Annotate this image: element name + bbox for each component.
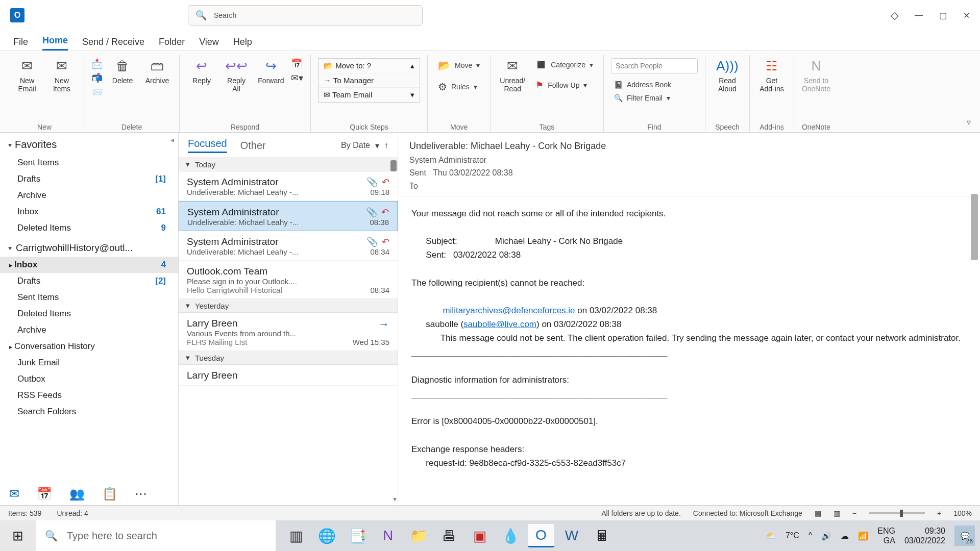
message-group-header[interactable]: ▾ Today (179, 158, 398, 171)
tab-file[interactable]: File (13, 37, 28, 51)
folder-row[interactable]: Archive (0, 322, 178, 338)
new-items-button[interactable]: ✉ New Items (47, 58, 77, 93)
folder-row[interactable]: Junk Email (0, 355, 178, 371)
new-email-button[interactable]: ✉ New Email (12, 58, 42, 93)
account-header[interactable]: ▾ CarrigtwohillHistory@outl... (0, 236, 178, 257)
zoom-out-icon[interactable]: − (852, 509, 856, 517)
message-item[interactable]: Larry Breen Various Events from around t… (179, 313, 398, 351)
forward-button[interactable]: ↪ Forward (256, 58, 286, 85)
app-icon-4[interactable]: 💧 (497, 524, 524, 547)
unread-read-button[interactable]: ✉ Unread/ Read (498, 58, 527, 93)
folder-row[interactable]: Sent Items (0, 155, 178, 171)
onenote-taskbar-icon[interactable]: N (375, 524, 401, 547)
view-normal-icon[interactable]: ▤ (815, 509, 821, 517)
message-item[interactable]: Larry Breen (179, 365, 398, 386)
clock[interactable]: 09:30 03/02/2022 (904, 526, 945, 545)
ribbon-collapse-icon[interactable]: ▿ (967, 117, 971, 127)
tray-chevron-icon[interactable]: ^ (808, 531, 813, 540)
message-item[interactable]: Outlook.com Team Please sign in to your … (179, 261, 398, 299)
minimize-button[interactable]: ― (915, 11, 923, 20)
close-button[interactable]: ✕ (963, 11, 970, 20)
tab-view[interactable]: View (199, 37, 219, 51)
follow-up-button[interactable]: ⚑Follow Up ▾ (532, 79, 596, 92)
address-book-button[interactable]: 📓Address Book (611, 80, 698, 90)
recipient-link-1[interactable]: militaryarchives@defenceforces.ie (443, 306, 575, 315)
folder-row[interactable]: Inbox61 (0, 204, 178, 220)
folder-row[interactable]: Archive (0, 187, 178, 204)
folder-row[interactable]: RSS Feeds (0, 387, 178, 404)
folder-row[interactable]: ▸Inbox4 (0, 257, 178, 273)
volume-icon[interactable]: 🔊 (821, 531, 831, 541)
clean-up-icon[interactable]: 📬 (91, 72, 103, 84)
message-item[interactable]: System Administrator Undeliverable: Mich… (179, 231, 398, 261)
meeting-icon[interactable]: 📅 (291, 58, 303, 69)
collapse-folder-pane-icon[interactable]: ◂ (170, 136, 174, 144)
recipient-link-2[interactable]: saubolle@live.com (463, 319, 536, 329)
junk-icon[interactable]: 📨 (91, 87, 103, 98)
app-icon-1[interactable]: 📑 (344, 524, 371, 547)
coming-soon-icon[interactable]: ◇ (891, 9, 898, 21)
folder-row[interactable]: Search Folders (0, 404, 178, 420)
quick-step-team-email[interactable]: ✉ Team Email▾ (318, 88, 420, 102)
filter-email-button[interactable]: 🔍Filter Email ▾ (611, 93, 698, 103)
categorize-button[interactable]: ◼️Categorize ▾ (532, 58, 596, 71)
rules-button[interactable]: ⚙Rules ▾ (435, 80, 483, 94)
maximize-button[interactable]: ▢ (939, 11, 947, 20)
message-list-scrollbar[interactable] (390, 160, 397, 171)
tab-folder[interactable]: Folder (159, 37, 185, 51)
onedrive-icon[interactable]: ☁ (841, 531, 849, 541)
taskbar-search[interactable]: 🔍 Type here to search (36, 520, 276, 551)
calendar-nav-icon[interactable]: 📅 (37, 487, 52, 501)
word-taskbar-icon[interactable]: W (558, 524, 585, 547)
tab-other[interactable]: Other (240, 140, 266, 152)
edge-icon[interactable]: 🌐 (313, 524, 340, 547)
tab-send-receive[interactable]: Send / Receive (82, 37, 144, 51)
sort-direction-icon[interactable]: ↑ (384, 141, 388, 150)
reading-pane-scrollbar[interactable] (971, 194, 978, 260)
search-box[interactable]: 🔍 Search (188, 5, 423, 26)
archive-button[interactable]: 🗃 Archive (142, 58, 172, 85)
get-addins-button[interactable]: ☷ Get Add-ins (757, 58, 787, 93)
notifications-button[interactable]: 💬26 (954, 525, 975, 546)
more-nav-icon[interactable]: ⋯ (135, 487, 147, 501)
start-button[interactable]: ⊞ (0, 520, 36, 551)
ignore-icon[interactable]: 📩 (91, 58, 103, 69)
tasks-nav-icon[interactable]: 📋 (102, 487, 117, 501)
tab-help[interactable]: Help (233, 37, 252, 51)
send-to-onenote-button[interactable]: N Send to OneNote (801, 58, 831, 93)
calculator-icon[interactable]: 🖩 (589, 524, 616, 547)
view-reading-icon[interactable]: ▥ (834, 509, 840, 517)
reply-button[interactable]: ↩ Reply (187, 58, 216, 85)
file-explorer-icon[interactable]: 📁 (405, 524, 432, 547)
zoom-in-icon[interactable]: + (937, 509, 941, 517)
quick-step-to-manager[interactable]: → To Manager (318, 73, 420, 88)
delete-button[interactable]: 🗑 Delete (108, 58, 137, 85)
tab-focused[interactable]: Focused (188, 138, 227, 153)
wifi-icon[interactable]: 📶 (858, 531, 868, 541)
favorites-header[interactable]: ▾ Favorites (0, 133, 178, 155)
folder-row[interactable]: Sent Items (0, 289, 178, 306)
weather-icon[interactable]: ⛅ (766, 531, 776, 541)
message-group-header[interactable]: ▾ Tuesday (179, 351, 398, 365)
search-people-input[interactable] (611, 58, 698, 73)
message-group-header[interactable]: ▾ Yesterday (179, 299, 398, 313)
people-nav-icon[interactable]: 👥 (69, 487, 85, 501)
outlook-taskbar-icon[interactable]: O (528, 524, 554, 547)
move-button[interactable]: 📂Move ▾ (435, 58, 483, 72)
message-item[interactable]: System Administrator Undeliverable: Mich… (179, 201, 398, 231)
scroll-down-icon[interactable]: ▾ (393, 495, 397, 503)
folder-row[interactable]: Drafts[1] (0, 171, 178, 187)
more-respond-icon[interactable]: ✉▾ (291, 72, 303, 84)
message-item[interactable]: System Administrator Undeliverable: Mich… (179, 171, 398, 201)
zoom-slider[interactable] (869, 512, 925, 514)
folder-row[interactable]: Deleted Items9 (0, 220, 178, 236)
folder-row[interactable]: Outbox (0, 371, 178, 387)
quick-step-move-to[interactable]: 📂 Move to: ?▴ (318, 59, 420, 73)
read-aloud-button[interactable]: A))) Read Aloud (713, 58, 742, 93)
folder-row[interactable]: Drafts[2] (0, 273, 178, 289)
folder-row[interactable]: ▸Conversation History (0, 338, 178, 355)
sort-by-date[interactable]: By Date ▾ ↑ (341, 141, 388, 151)
app-icon-2[interactable]: 🖶 (436, 524, 462, 547)
mail-nav-icon[interactable]: ✉ (9, 487, 19, 501)
reply-all-button[interactable]: ↩↩ Reply All (222, 58, 251, 93)
